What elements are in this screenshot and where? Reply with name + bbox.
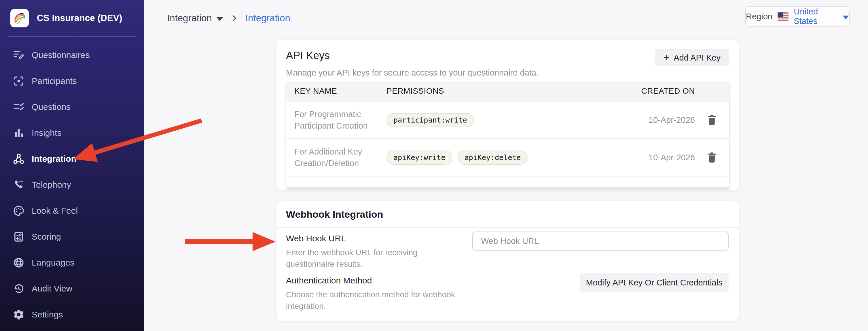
sidebar-item-label: Languages: [32, 258, 74, 268]
permission-chip: participant:write: [386, 113, 474, 127]
sidebar-item-label: Look & Feel: [32, 206, 78, 216]
trash-icon: [707, 114, 716, 126]
app-logo: [10, 9, 29, 27]
header-permissions: PERMISSIONS: [386, 86, 620, 96]
created-on-cell: 10-Apr-2026: [620, 115, 695, 125]
webhook-url-label: Web Hook URL: [286, 233, 346, 243]
breadcrumb-separator-icon: [230, 14, 239, 23]
chevron-down-icon: [843, 16, 849, 19]
section-divider: [276, 227, 739, 228]
chevron-down-icon: [217, 17, 223, 21]
sidebar-item-integration[interactable]: Integration: [0, 146, 144, 172]
breadcrumb: Integration Integration: [167, 11, 290, 25]
auth-method-description: Choose the authentication method for web…: [286, 289, 465, 312]
sidebar: CS Insurance (DEV) Questionnaires Partic…: [0, 0, 144, 331]
modify-credentials-button[interactable]: Modify API Key Or Client Credentials: [580, 273, 728, 292]
sidebar-item-participants[interactable]: Participants: [0, 68, 144, 94]
sidebar-item-audit-view[interactable]: Audit View: [0, 276, 144, 302]
webhook-icon: [13, 153, 25, 165]
breadcrumb-page-link[interactable]: Integration: [245, 13, 290, 24]
api-keys-card: API Keys Manage your API keys for secure…: [276, 40, 739, 190]
calculator-icon: [13, 231, 25, 243]
sidebar-item-questions[interactable]: Questions: [0, 94, 144, 120]
arrow-to-webhook-url: [185, 232, 276, 251]
permissions-cell: apiKey:write apiKey:delete: [386, 150, 620, 165]
sidebar-item-label: Telephony: [32, 180, 71, 190]
sidebar-item-label: Scoring: [32, 232, 61, 242]
webhook-url-input[interactable]: [472, 231, 728, 251]
sidebar-item-label: Questions: [32, 102, 70, 112]
breadcrumb-section-dropdown[interactable]: Integration: [167, 13, 223, 24]
sidebar-item-insights[interactable]: Insights: [0, 120, 144, 146]
sidebar-divider: [8, 36, 136, 37]
region-value: United States: [794, 7, 837, 26]
webhook-url-description: Enter the webhook URL for receiving ques…: [286, 247, 465, 270]
region-selector[interactable]: Region United States: [745, 6, 849, 27]
webhook-integration-card: Webhook Integration Web Hook URL Enter t…: [276, 201, 739, 321]
app-title: CS Insurance (DEV): [37, 13, 122, 23]
sidebar-item-telephony[interactable]: Telephony: [0, 172, 144, 198]
header-created-on: CREATED ON: [620, 86, 695, 96]
phone-icon: [13, 179, 25, 191]
questionnaire-list-pencil-icon: [13, 49, 25, 61]
sidebar-item-settings[interactable]: Settings: [0, 302, 144, 328]
api-keys-title: API Keys: [286, 50, 330, 62]
created-on-cell: 10-Apr-2026: [620, 153, 695, 162]
api-keys-table: KEY NAME PERMISSIONS CREATED ON For Prog…: [286, 81, 730, 188]
sidebar-item-label: Settings: [32, 310, 63, 320]
sidebar-header: CS Insurance (DEV): [0, 0, 144, 36]
delete-api-key-button[interactable]: [706, 150, 718, 165]
bar-chart-icon: [13, 127, 25, 139]
globe-swirl-logo-icon: [12, 11, 27, 26]
delete-api-key-button[interactable]: [706, 113, 718, 127]
sidebar-item-label: Integration: [32, 154, 76, 164]
table-footer-strip: [286, 176, 729, 187]
breadcrumb-section-label: Integration: [167, 13, 212, 24]
globe-icon: [13, 257, 25, 269]
table-row: For Programmatic Participant Creation pa…: [286, 102, 729, 139]
sidebar-nav: Questionnaires Participants Questions In…: [0, 42, 144, 328]
sidebar-item-look-and-feel[interactable]: Look & Feel: [0, 198, 144, 224]
scan-target-icon: [13, 75, 25, 87]
permission-chip: apiKey:write: [386, 150, 453, 165]
webhook-section-title: Webhook Integration: [286, 209, 383, 220]
table-header-row: KEY NAME PERMISSIONS CREATED ON: [286, 81, 729, 102]
api-keys-subtitle: Manage your API keys for secure access t…: [286, 68, 538, 78]
checklist-icon: [13, 101, 25, 113]
permission-chip: apiKey:delete: [458, 150, 528, 165]
header-key-name: KEY NAME: [294, 86, 386, 96]
table-row: For Additional Key Creation/Deletion api…: [286, 139, 729, 176]
sidebar-item-questionnaires[interactable]: Questionnaires: [0, 42, 144, 68]
trash-icon: [707, 152, 716, 163]
sidebar-item-label: Audit View: [32, 284, 72, 294]
sidebar-item-label: Participants: [32, 76, 77, 86]
key-name-cell: For Programmatic Participant Creation: [294, 108, 386, 132]
palette-icon: [13, 205, 25, 217]
plus-icon: +: [663, 53, 670, 63]
add-api-key-button[interactable]: + Add API Key: [655, 49, 729, 66]
history-clock-icon: [13, 282, 25, 295]
sidebar-item-label: Questionnaires: [32, 50, 90, 60]
sidebar-item-label: Insights: [32, 128, 61, 138]
sidebar-item-languages[interactable]: Languages: [0, 250, 144, 276]
permissions-cell: participant:write: [386, 113, 620, 127]
add-api-key-label: Add API Key: [674, 53, 720, 62]
region-label: Region: [746, 12, 772, 21]
sidebar-item-scoring[interactable]: Scoring: [0, 224, 144, 250]
us-flag-icon: [778, 12, 788, 21]
gear-icon: [13, 308, 25, 321]
key-name-cell: For Additional Key Creation/Deletion: [294, 146, 386, 169]
auth-method-label: Authentication Method: [286, 276, 372, 285]
